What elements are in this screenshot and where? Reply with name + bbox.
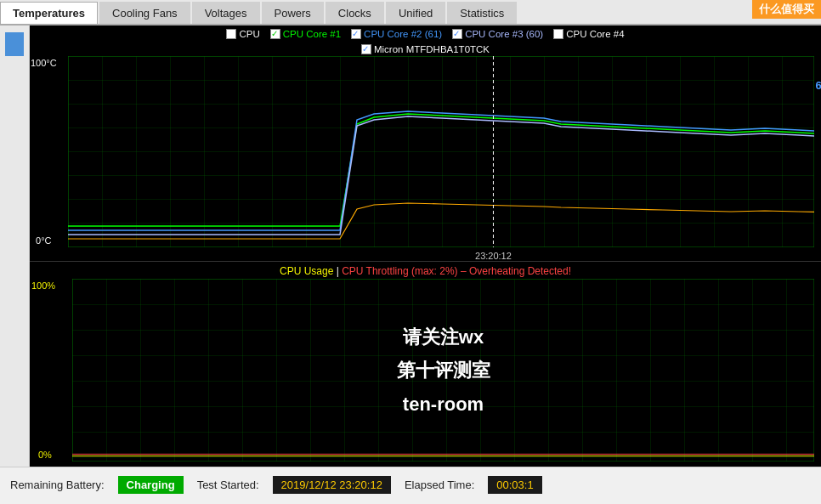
usage-chart-title: CPU Usage | CPU Throttling (max: 2%) – O… bbox=[30, 262, 821, 279]
svg-rect-3 bbox=[72, 279, 814, 462]
status-bar: Remaining Battery: Charging Test Started… bbox=[0, 467, 821, 502]
legend-row-1: CPU CPU Core #1 CPU Core #2 (61) CPU Cor… bbox=[30, 25, 821, 41]
usage-chart-svg bbox=[72, 279, 814, 462]
tab-unified[interactable]: Unified bbox=[386, 2, 445, 24]
legend-cpu[interactable]: CPU bbox=[226, 29, 259, 39]
tab-clocks[interactable]: Clocks bbox=[326, 2, 384, 24]
usage-chart: CPU Usage | CPU Throttling (max: 2%) – O… bbox=[30, 261, 821, 467]
elapsed-time-label: Elapsed Time: bbox=[405, 479, 474, 491]
time-label: 23:20:12 bbox=[475, 251, 512, 261]
temperature-chart: CPU CPU Core #1 CPU Core #2 (61) CPU Cor… bbox=[30, 25, 821, 261]
usage-y-0-left: 0% bbox=[38, 450, 52, 460]
tab-powers[interactable]: Powers bbox=[262, 2, 324, 24]
tab-cooling-fans[interactable]: Cooling Fans bbox=[99, 2, 190, 24]
sidebar-indicator bbox=[5, 32, 24, 56]
y-label-100: 100°C bbox=[31, 58, 57, 68]
test-started-label: Test Started: bbox=[197, 479, 259, 491]
legend-core1-label: CPU Core #1 bbox=[283, 29, 341, 39]
main-area: CPU CPU Core #1 CPU Core #2 (61) CPU Cor… bbox=[0, 25, 821, 467]
legend-core1-checkbox[interactable] bbox=[270, 29, 280, 39]
tab-temperatures[interactable]: Temperatures bbox=[0, 2, 98, 24]
legend-core2[interactable]: CPU Core #2 (61) bbox=[351, 29, 442, 39]
legend-row-2: Micron MTFDHBA1T0TCK bbox=[30, 41, 821, 56]
legend-micron[interactable]: Micron MTFDHBA1T0TCK bbox=[361, 44, 490, 54]
tab-voltages[interactable]: Voltages bbox=[192, 2, 260, 24]
tab-bar: Temperatures Cooling Fans Voltages Power… bbox=[0, 0, 821, 25]
legend-core3-checkbox[interactable] bbox=[452, 29, 462, 39]
value-label-61: 61 bbox=[816, 79, 821, 92]
legend-cpu-checkbox[interactable] bbox=[226, 29, 236, 39]
legend-cpu-label: CPU bbox=[239, 29, 259, 39]
usage-title-yellow: CPU Usage bbox=[280, 265, 333, 277]
legend-core4-label: CPU Core #4 bbox=[566, 29, 624, 39]
remaining-battery-label: Remaining Battery: bbox=[10, 479, 105, 491]
elapsed-time-value: 00:03:1 bbox=[488, 476, 541, 494]
legend-core1[interactable]: CPU Core #1 bbox=[270, 29, 341, 39]
legend-core4-checkbox[interactable] bbox=[553, 29, 563, 39]
usage-y-100-left: 100% bbox=[31, 280, 55, 291]
legend-core3-label: CPU Core #3 (60) bbox=[465, 29, 543, 39]
legend-core4[interactable]: CPU Core #4 bbox=[553, 29, 624, 39]
legend-micron-label: Micron MTFDHBA1T0TCK bbox=[374, 44, 490, 54]
legend-micron-checkbox[interactable] bbox=[361, 44, 371, 54]
sidebar bbox=[0, 25, 30, 467]
legend-core2-checkbox[interactable] bbox=[351, 29, 361, 39]
watermark-badge: 什么值得买 bbox=[752, 0, 821, 19]
legend-core3[interactable]: CPU Core #3 (60) bbox=[452, 29, 543, 39]
y-label-0: 0°C bbox=[36, 235, 51, 246]
test-started-value: 2019/12/12 23:20:12 bbox=[273, 476, 391, 494]
svg-rect-0 bbox=[68, 56, 814, 247]
charts-container: CPU CPU Core #1 CPU Core #2 (61) CPU Cor… bbox=[30, 25, 821, 467]
temp-chart-svg bbox=[68, 56, 814, 247]
tab-statistics[interactable]: Statistics bbox=[447, 2, 517, 24]
legend-core2-label: CPU Core #2 (61) bbox=[364, 29, 442, 39]
charging-badge: Charging bbox=[118, 476, 184, 494]
usage-title-red: CPU Throttling (max: 2%) – Overheating D… bbox=[342, 265, 571, 277]
